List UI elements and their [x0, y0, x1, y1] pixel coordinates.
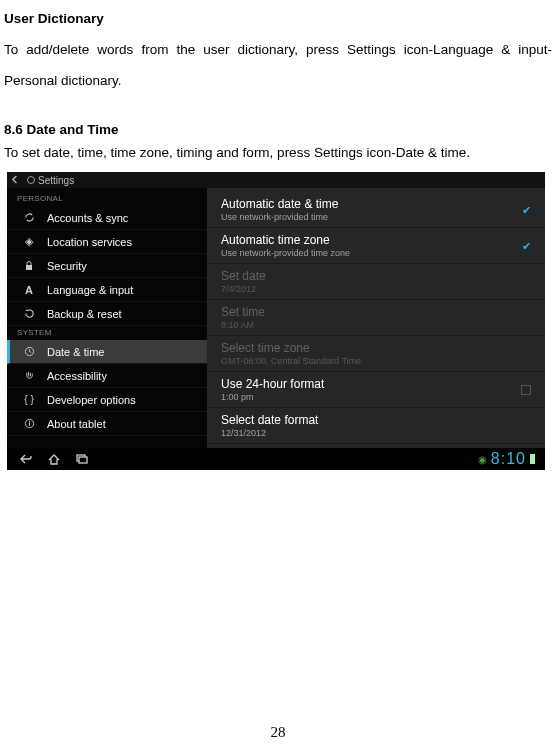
row-auto-date[interactable]: Automatic date & time Use network-provid…	[207, 192, 545, 228]
sidebar-item-label: Backup & reset	[47, 308, 122, 320]
row-subtitle: GMT-06:00, Central Standard Time	[221, 356, 535, 366]
date-time-heading: 8.6 Date and Time	[4, 122, 552, 137]
row-title: Automatic time zone	[221, 233, 535, 247]
row-auto-zone[interactable]: Automatic time zone Use network-provided…	[207, 228, 545, 264]
sidebar-item-developer[interactable]: { } Developer options	[7, 388, 207, 412]
svg-point-3	[28, 421, 29, 422]
row-title: Select time zone	[221, 341, 535, 355]
check-icon: ✔	[522, 203, 531, 216]
sidebar-item-accessibility[interactable]: Accessibility	[7, 364, 207, 388]
status-bar-title: Settings	[38, 175, 74, 186]
sidebar-item-backup[interactable]: Backup & reset	[7, 302, 207, 326]
nav-recent-icon[interactable]	[75, 453, 89, 465]
row-title: Select date format	[221, 413, 535, 427]
info-icon	[21, 418, 37, 429]
user-dictionary-heading: User Dictionary	[4, 3, 552, 34]
sidebar-item-label: Accessibility	[47, 370, 107, 382]
clock-icon	[21, 346, 37, 357]
sidebar-item-label: About tablet	[47, 418, 106, 430]
status-bar: Settings	[7, 172, 545, 188]
svg-rect-6	[79, 457, 87, 463]
sync-icon	[21, 212, 37, 223]
settings-content: Automatic date & time Use network-provid…	[207, 188, 545, 448]
section-system: SYSTEM	[7, 326, 207, 340]
sidebar-item-label: Security	[47, 260, 87, 272]
settings-screenshot: Settings PERSONAL Accounts & sync ◈ Loca…	[6, 171, 546, 471]
sidebar: PERSONAL Accounts & sync ◈ Location serv…	[7, 188, 207, 448]
row-subtitle: 12/31/2012	[221, 428, 535, 438]
gear-icon	[27, 176, 35, 184]
navbar-clock: 8:10	[491, 450, 526, 468]
row-set-time: Set time 8:10 AM	[207, 300, 545, 336]
sidebar-item-datetime[interactable]: Date & time	[7, 340, 207, 364]
sidebar-item-location[interactable]: ◈ Location services	[7, 230, 207, 254]
system-navbar: ◉ 8:10	[7, 448, 545, 470]
svg-rect-4	[28, 423, 29, 426]
row-subtitle: 1:00 pm	[221, 392, 535, 402]
row-subtitle: 7/4/2012	[221, 284, 535, 294]
row-date-format[interactable]: Select date format 12/31/2012	[207, 408, 545, 444]
nav-home-icon[interactable]	[47, 453, 61, 465]
row-title: Use 24-hour format	[221, 377, 535, 391]
back-icon	[11, 175, 20, 186]
row-title: Set date	[221, 269, 535, 283]
braces-icon: { }	[21, 394, 37, 405]
notification-icon: ◉	[478, 454, 487, 465]
svg-rect-0	[26, 265, 32, 270]
page-number: 28	[0, 724, 556, 741]
location-icon: ◈	[21, 235, 37, 248]
sidebar-item-label: Date & time	[47, 346, 104, 358]
sidebar-item-label: Developer options	[47, 394, 136, 406]
lock-icon	[21, 261, 37, 271]
sidebar-item-accounts[interactable]: Accounts & sync	[7, 206, 207, 230]
section-personal: PERSONAL	[7, 192, 207, 206]
language-icon: A	[21, 284, 37, 296]
row-title: Automatic date & time	[221, 197, 535, 211]
sidebar-item-label: Location services	[47, 236, 132, 248]
hand-icon	[21, 370, 37, 381]
row-set-zone: Select time zone GMT-06:00, Central Stan…	[207, 336, 545, 372]
nav-back-icon[interactable]	[19, 453, 33, 465]
user-dictionary-paragraph: To add/delete words from the user dictio…	[4, 34, 552, 96]
sidebar-item-label: Accounts & sync	[47, 212, 128, 224]
backup-icon	[21, 308, 37, 319]
row-title: Set time	[221, 305, 535, 319]
row-subtitle: 8:10 AM	[221, 320, 535, 330]
sidebar-item-language[interactable]: A Language & input	[7, 278, 207, 302]
sidebar-item-label: Language & input	[47, 284, 133, 296]
row-subtitle: Use network-provided time	[221, 212, 535, 222]
row-set-date: Set date 7/4/2012	[207, 264, 545, 300]
row-subtitle: Use network-provided time zone	[221, 248, 535, 258]
check-icon: ✔	[522, 239, 531, 252]
sidebar-item-about[interactable]: About tablet	[7, 412, 207, 436]
checkbox-icon	[521, 385, 531, 395]
sidebar-item-security[interactable]: Security	[7, 254, 207, 278]
date-time-paragraph: To set date, time, time zone, timing and…	[4, 137, 552, 168]
row-24hour[interactable]: Use 24-hour format 1:00 pm	[207, 372, 545, 408]
battery-icon	[530, 454, 535, 464]
